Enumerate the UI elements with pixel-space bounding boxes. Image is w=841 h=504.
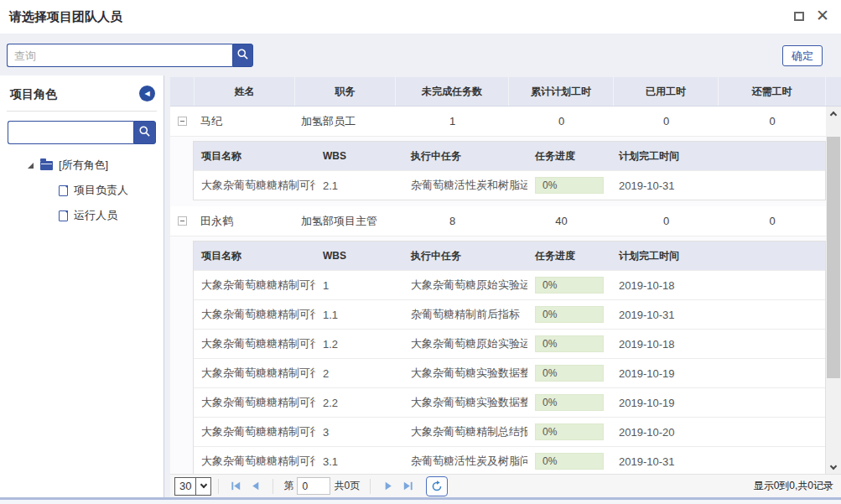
cell-task: 杂葡萄糖精制前后指标 xyxy=(403,300,527,329)
sub-column-finish-date: 计划完工时间 xyxy=(611,242,825,270)
cell-wbs: 2 xyxy=(315,359,403,387)
cell-needed: 0 xyxy=(719,107,826,136)
refresh-button[interactable] xyxy=(426,476,448,496)
cell-progress: 0% xyxy=(527,271,611,299)
table-row-task[interactable]: 大象杂葡萄糖糖精制可行性 2.1 杂葡萄糖活性炭和树脂运行 0% 2019-10… xyxy=(194,170,825,200)
sub-column-project: 项目名称 xyxy=(194,242,315,270)
pager-bar: 30 第 共0页 显示0到0,共0记录 xyxy=(170,474,841,497)
role-sidebar: 项目角色 ◀ [所有角色] 项目负责人 xyxy=(0,75,164,497)
progress-bar: 0% xyxy=(535,365,604,382)
table-row-task[interactable]: 大象杂葡萄糖糖精制可行性 3.1 杂葡萄糖活性炭及树脂问题 0% 2019-10… xyxy=(194,446,825,474)
cell-name: 田永鹤 xyxy=(195,206,295,236)
column-header-used-hours: 已用工时 xyxy=(614,77,719,106)
member-grid: 姓名 职务 未完成任务数 累计计划工时 已用工时 还需工时 马纪 加氢部员工 1… xyxy=(170,77,841,497)
cell-task: 大象杂葡萄糖原始实验运行 xyxy=(403,330,527,358)
search-button[interactable] xyxy=(232,44,253,67)
search-input[interactable] xyxy=(7,44,232,67)
grid-header: 姓名 职务 未完成任务数 累计计划工时 已用工时 还需工时 xyxy=(170,77,841,107)
cell-project: 大象杂葡萄糖糖精制可行性 xyxy=(194,330,315,358)
cell-task: 大象杂葡萄糖原始实验运行 xyxy=(403,271,527,299)
cell-progress: 0% xyxy=(527,330,611,358)
cell-planned: 0 xyxy=(509,107,614,136)
document-icon xyxy=(59,185,68,196)
cell-project: 大象杂葡萄糖糖精制可行性 xyxy=(194,418,315,446)
column-header-needed-hours: 还需工时 xyxy=(719,77,826,106)
tree-node-project-leader[interactable]: 项目负责人 xyxy=(0,178,164,203)
vertical-scrollbar[interactable] xyxy=(826,107,841,474)
tree-expander-icon[interactable] xyxy=(28,163,34,169)
cell-project: 大象杂葡萄糖糖精制可行性 xyxy=(194,359,315,387)
next-page-icon xyxy=(382,480,394,492)
prev-page-button[interactable] xyxy=(246,477,266,496)
cell-finish-date: 2019-10-18 xyxy=(611,271,825,299)
table-row-task[interactable]: 大象杂葡萄糖糖精制可行性 1 大象杂葡萄糖原始实验运行 0% 2019-10-1… xyxy=(194,270,825,299)
collapse-icon[interactable] xyxy=(178,216,187,226)
collapse-icon[interactable] xyxy=(178,117,187,126)
role-search-input[interactable] xyxy=(8,121,133,144)
progress-bar: 0% xyxy=(535,306,604,323)
sidebar-collapse-button[interactable]: ◀ xyxy=(139,86,155,101)
select-dropdown-button[interactable] xyxy=(195,478,210,495)
folder-icon xyxy=(40,161,53,170)
table-row-task[interactable]: 大象杂葡萄糖糖精制可行性 1.1 杂葡萄糖精制前后指标 0% 2019-10-3… xyxy=(194,299,825,329)
cell-position: 加氢部员工 xyxy=(295,107,396,136)
cell-project: 大象杂葡萄糖糖精制可行性 xyxy=(194,271,315,299)
cell-task: 杂葡萄糖活性炭和树脂运行 xyxy=(403,171,527,200)
last-page-button[interactable] xyxy=(397,477,418,496)
cell-task: 杂葡萄糖活性炭及树脂问题 xyxy=(403,447,527,474)
select-team-member-dialog: 请选择项目团队人员 ✕ 确定 项目角色 ◀ xyxy=(0,0,841,504)
task-subtable: 项目名称 WBS 执行中任务 任务进度 计划完工时间 大象杂葡萄糖糖精制可行性 … xyxy=(193,141,826,200)
page-size-select[interactable]: 30 xyxy=(174,477,211,496)
cell-project: 大象杂葡萄糖糖精制可行性 xyxy=(194,447,315,474)
scroll-down-button[interactable] xyxy=(826,460,841,474)
cell-position: 加氢部项目主管 xyxy=(295,206,396,236)
chevron-up-icon xyxy=(830,111,837,117)
cell-name: 马纪 xyxy=(195,107,295,136)
table-row-person[interactable]: 田永鹤 加氢部项目主管 8 40 0 0 xyxy=(170,206,826,236)
first-page-icon xyxy=(230,480,242,492)
table-row-task[interactable]: 大象杂葡萄糖糖精制可行性 3 大象杂葡萄糖精制总结报告 0% 2019-10-2… xyxy=(194,417,825,446)
scrollbar-thumb[interactable] xyxy=(827,137,840,378)
first-page-button[interactable] xyxy=(226,477,246,496)
page-number-input[interactable] xyxy=(297,477,330,495)
cell-project: 大象杂葡萄糖糖精制可行性 xyxy=(194,388,315,417)
dialog-bottom-border xyxy=(0,497,841,504)
table-row-task[interactable]: 大象杂葡萄糖糖精制可行性 2.2 大象杂葡萄糖实验数据整理 0% 2019-10… xyxy=(194,387,825,417)
tree-node-label: [所有角色] xyxy=(59,158,108,173)
tree-node-operator[interactable]: 运行人员 xyxy=(0,203,164,228)
progress-bar: 0% xyxy=(535,277,604,294)
sub-column-progress: 任务进度 xyxy=(527,242,611,270)
close-icon[interactable]: ✕ xyxy=(816,10,829,22)
tree-node-label: 运行人员 xyxy=(74,208,117,223)
cell-wbs: 3 xyxy=(315,418,403,446)
scroll-up-button[interactable] xyxy=(826,107,841,120)
cell-finish-date: 2019-10-31 xyxy=(611,171,825,200)
subtable-header: 项目名称 WBS 执行中任务 任务进度 计划完工时间 xyxy=(194,142,825,170)
table-row-task[interactable]: 大象杂葡萄糖糖精制可行性 2 大象杂葡萄糖实验数据整理 0% 2019-10-1… xyxy=(194,358,825,387)
column-header-planned-hours: 累计计划工时 xyxy=(509,77,614,106)
maximize-icon[interactable] xyxy=(794,12,804,21)
role-tree: [所有角色] 项目负责人 运行人员 xyxy=(0,153,164,228)
cell-progress: 0% xyxy=(527,300,611,329)
cell-task: 大象杂葡萄糖精制总结报告 xyxy=(403,418,527,446)
cell-task: 大象杂葡萄糖实验数据整理 xyxy=(403,388,527,417)
cell-wbs: 2.1 xyxy=(315,171,403,200)
cell-progress: 0% xyxy=(527,171,611,200)
cell-used: 0 xyxy=(614,107,719,136)
progress-bar: 0% xyxy=(535,423,604,440)
role-search-button[interactable] xyxy=(133,121,156,144)
table-row-task[interactable]: 大象杂葡萄糖糖精制可行性 1.2 大象杂葡萄糖原始实验运行 0% 2019-10… xyxy=(194,329,825,358)
pager-separator xyxy=(370,479,371,494)
refresh-icon xyxy=(431,481,443,492)
dialog-title: 请选择项目团队人员 xyxy=(9,9,122,25)
cell-finish-date: 2019-10-31 xyxy=(611,447,825,474)
confirm-button[interactable]: 确定 xyxy=(782,45,823,66)
cell-needed: 0 xyxy=(719,206,826,236)
table-row-person[interactable]: 马纪 加氢部员工 1 0 0 0 xyxy=(170,107,826,137)
cell-unfinished: 1 xyxy=(396,107,509,136)
sidebar-header: 项目角色 ◀ xyxy=(0,75,164,111)
next-page-button[interactable] xyxy=(377,477,397,496)
tree-node-all-roles[interactable]: [所有角色] xyxy=(0,153,164,178)
search-group xyxy=(7,44,253,67)
cell-progress: 0% xyxy=(527,418,611,446)
